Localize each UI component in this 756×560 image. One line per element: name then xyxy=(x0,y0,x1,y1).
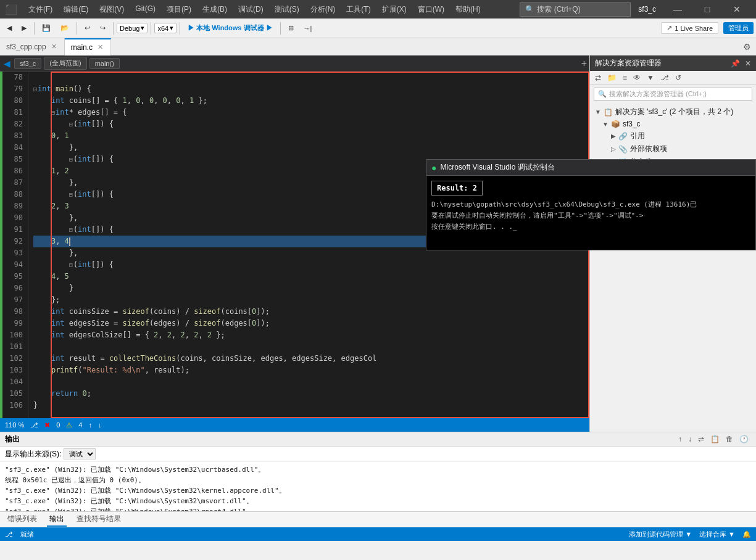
tab-sf3-cpp[interactable]: sf3_cpp.cpp ✕ xyxy=(0,38,65,56)
menu-analyze[interactable]: 分析(N) xyxy=(305,3,341,16)
code-line-80: int coins[] = { 1, 0, 0, 0, 0, 1 }; xyxy=(33,95,584,107)
se-ext-deps-item[interactable]: ▷ 📎 外部依赖项 xyxy=(590,142,756,155)
tab-find-symbols[interactable]: 查找符号结果 xyxy=(74,513,123,527)
close-button[interactable]: ✕ xyxy=(723,0,751,19)
output-up-btn[interactable]: ↑ xyxy=(676,434,684,445)
breakpoints-button[interactable]: ⊞ xyxy=(284,22,298,34)
output-copy-btn[interactable]: 📋 xyxy=(708,434,722,445)
nav-function-selector[interactable]: main() xyxy=(89,58,120,69)
forward-button[interactable]: ▶ xyxy=(17,22,31,34)
menu-view[interactable]: 视图(V) xyxy=(94,3,129,16)
se-close-icon[interactable]: ✕ xyxy=(745,59,751,68)
arch-dropdown[interactable]: x64 ▾ xyxy=(154,23,177,33)
nav-down-arrow[interactable]: ↓ xyxy=(98,421,102,429)
debug-result-line: Result: 2 xyxy=(431,181,750,199)
menu-build[interactable]: 生成(B) xyxy=(197,3,232,16)
line-num-80: 80 xyxy=(5,95,23,107)
notification-bell[interactable]: 🔔 xyxy=(742,530,751,538)
code-line-101 xyxy=(33,341,584,353)
code-line-78 xyxy=(33,72,584,83)
search-placeholder: 搜索 (Ctrl+Q) xyxy=(537,4,580,15)
se-git-btn[interactable]: ⎇ xyxy=(658,72,671,83)
nav-arrow-left[interactable]: ◀ xyxy=(2,59,12,68)
line-num-96: 96 xyxy=(5,282,23,294)
open-button[interactable]: 📂 xyxy=(56,22,73,34)
nav-up-arrow[interactable]: ↑ xyxy=(88,421,92,429)
menu-edit[interactable]: 编辑(E) xyxy=(59,3,93,16)
line-num-98: 98 xyxy=(5,306,23,318)
line-num-89: 89 xyxy=(5,200,23,212)
select-repo-btn[interactable]: 选择合库 ▼ xyxy=(699,530,735,539)
output-line-5: "sf3_c.exe" (Win32): 已加载 "C:\Windows\Sys… xyxy=(5,506,751,511)
tab-output[interactable]: 输出 xyxy=(47,513,67,527)
menu-window[interactable]: 窗口(W) xyxy=(413,3,449,16)
output-wrap-btn[interactable]: ⇌ xyxy=(696,434,707,445)
line-num-87: 87 xyxy=(5,177,23,189)
se-project-label: sf3_c xyxy=(623,120,641,128)
code-line-95: 4, 5 xyxy=(33,271,584,282)
se-refresh-btn[interactable]: ↺ xyxy=(673,72,684,83)
back-button[interactable]: ◀ xyxy=(2,22,16,34)
line-num-102: 102 xyxy=(5,353,23,364)
tab-sf3-cpp-close[interactable]: ✕ xyxy=(50,42,58,51)
line-num-93: 93 xyxy=(5,247,23,259)
se-solution-item[interactable]: ▼ 📋 解决方案 'sf3_c' (2 个项目，共 2 个) xyxy=(590,105,756,118)
minimize-button[interactable]: — xyxy=(663,0,692,19)
code-line-102: int result = collectTheCoins(coins, coin… xyxy=(33,353,584,364)
menu-file[interactable]: 文件(F) xyxy=(23,3,57,16)
code-line-103: printf("Result: %d\n", result); xyxy=(33,364,584,376)
debug-mode-dropdown[interactable]: Debug ▾ xyxy=(117,23,147,33)
se-preview-btn[interactable]: 👁 xyxy=(631,72,643,83)
tab-error-list[interactable]: 错误列表 xyxy=(5,513,39,527)
output-down-btn[interactable]: ↓ xyxy=(686,434,694,445)
code-line-99: int edgesSize = sizeof(edges) / sizeof(e… xyxy=(33,318,584,329)
se-search-placeholder: 搜索解决方案资源管理器 (Ctrl+;) xyxy=(609,89,707,99)
warning-count: 4 xyxy=(78,421,82,429)
se-pin-icon[interactable]: 📌 xyxy=(731,59,740,68)
se-props-btn[interactable]: ≡ xyxy=(620,72,629,83)
se-references-item[interactable]: ▶ 🔗 引用 xyxy=(590,130,756,142)
output-clear-btn[interactable]: 🗑 xyxy=(723,434,736,445)
se-sync-btn[interactable]: ⇄ xyxy=(592,72,604,83)
debug-console-title: Microsoft Visual Studio 调试控制台 xyxy=(440,162,554,173)
menu-help[interactable]: 帮助(H) xyxy=(451,3,486,16)
window-title: sf3_c xyxy=(631,5,663,14)
nav-add-button[interactable]: + xyxy=(581,58,587,69)
nav-project-selector[interactable]: sf3_c xyxy=(14,58,41,69)
output-clock-btn[interactable]: 🕐 xyxy=(737,434,751,445)
nav-scope-selector[interactable]: (全局范围) xyxy=(44,57,86,70)
add-to-source-btn[interactable]: 添加到源代码管理 ▼ xyxy=(629,530,692,539)
se-search-box[interactable]: 🔍 搜索解决方案资源管理器 (Ctrl+;) xyxy=(594,88,752,101)
redo-button[interactable]: ↪ xyxy=(96,22,110,34)
line-num-104: 104 xyxy=(5,376,23,388)
menu-tools[interactable]: 工具(T) xyxy=(341,3,375,16)
save-button[interactable]: 💾 xyxy=(38,22,55,34)
title-search[interactable]: 🔍 搜索 (Ctrl+Q) xyxy=(520,2,631,17)
tab-main-c-label: main.c xyxy=(71,43,93,52)
manager-button[interactable]: 管理员 xyxy=(723,22,754,34)
maximize-button[interactable]: □ xyxy=(693,0,721,19)
code-line-82: ⊟(int[]) { xyxy=(33,118,584,130)
menu-git[interactable]: Git(G) xyxy=(130,3,160,16)
search-icon: 🔍 xyxy=(525,5,534,14)
menu-extensions[interactable]: 扩展(X) xyxy=(377,3,412,16)
tab-main-c[interactable]: main.c ✕ xyxy=(65,38,111,56)
menu-debug[interactable]: 调试(D) xyxy=(233,3,268,16)
step-button[interactable]: →| xyxy=(299,23,317,34)
line-num-99: 99 xyxy=(5,318,23,329)
live-share-button[interactable]: ↗ 1 Live Share xyxy=(661,22,718,34)
se-folder-btn[interactable]: 📁 xyxy=(605,72,619,83)
se-project-item[interactable]: ▼ 📦 sf3_c xyxy=(590,118,756,130)
menu-project[interactable]: 项目(P) xyxy=(162,3,196,16)
line-num-90: 90 xyxy=(5,212,23,224)
se-filter-btn[interactable]: ▼ xyxy=(644,72,657,83)
output-source-select[interactable]: 调试 xyxy=(64,448,96,459)
tab-settings-gear[interactable]: ⚙ xyxy=(738,42,756,52)
se-project-icon: 📦 xyxy=(611,120,620,128)
menu-test[interactable]: 测试(S) xyxy=(270,3,304,16)
run-button[interactable]: ▶ 本地 Windows 调试器 ▶ xyxy=(183,22,276,35)
solution-explorer-title: 解决方案资源管理器 xyxy=(595,58,728,68)
title-bar-left: ⬛ 文件(F) 编辑(E) 视图(V) Git(G) 项目(P) 生成(B) 调… xyxy=(5,3,486,16)
undo-button[interactable]: ↩ xyxy=(80,22,94,34)
tab-main-c-close[interactable]: ✕ xyxy=(96,43,104,52)
